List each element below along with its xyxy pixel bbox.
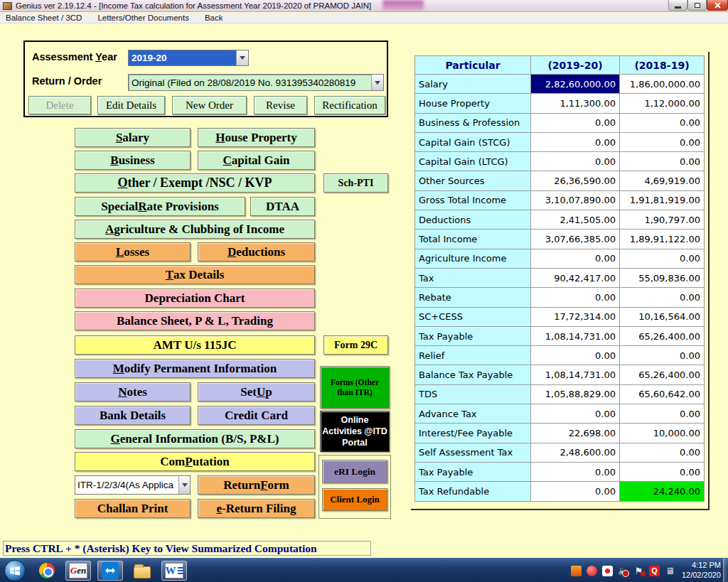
table-cell[interactable]: 26,36,590.00 (531, 171, 620, 190)
table-cell[interactable]: Deductions (415, 210, 531, 230)
table-cell[interactable]: Gross Total Income (415, 190, 531, 210)
depreciation-chart-button[interactable]: Depreciation Chart (75, 289, 315, 308)
table-cell[interactable]: Tax Payable (415, 326, 531, 345)
client-login-button[interactable]: Client Login (322, 488, 387, 511)
table-cell[interactable]: 2,82,60,000.00 (531, 75, 620, 94)
taskbar-teamviewer-icon[interactable] (97, 561, 123, 581)
table-cell[interactable]: Advance Tax (415, 404, 531, 424)
setup-button[interactable]: SetUp (198, 382, 315, 402)
table-cell[interactable]: Business & Profession (415, 113, 531, 132)
table-cell[interactable]: 90,42,417.00 (531, 268, 620, 287)
eri-login-button[interactable]: eRI Login (322, 460, 387, 483)
table-cell[interactable]: 1,08,14,731.00 (531, 326, 620, 345)
table-cell[interactable]: 22,698.00 (531, 424, 620, 443)
table-cell[interactable]: Balance Tax Payable (415, 365, 531, 384)
table-cell[interactable]: 24,240.00 (620, 482, 705, 501)
table-cell[interactable]: 1,08,14,731.00 (531, 365, 620, 384)
table-cell[interactable]: 2,48,600.00 (531, 443, 620, 462)
table-cell[interactable]: Salary (415, 75, 531, 94)
table-cell[interactable]: 17,72,314.00 (531, 307, 620, 326)
bank-details-button[interactable]: Bank Details (75, 406, 191, 425)
delete-button[interactable]: Delete (28, 96, 91, 114)
table-cell[interactable]: 0.00 (620, 288, 705, 307)
taskbar-clock[interactable]: 4:12 PM 12/02/2020 (677, 560, 721, 581)
tray-quickheal-icon[interactable]: Q (649, 566, 660, 576)
taskbar-explorer-icon[interactable] (129, 561, 155, 581)
business-button[interactable]: Business (75, 151, 191, 170)
balance-sheet-pl-trading-button[interactable]: Balance Sheet, P & L, Trading (75, 311, 315, 330)
table-cell[interactable]: 1,91,81,919.00 (620, 190, 705, 210)
table-cell[interactable]: Interest/Fee Payable (415, 424, 531, 443)
table-cell[interactable]: 0.00 (531, 462, 620, 481)
network-icon[interactable]: 🖥 (665, 566, 675, 576)
table-cell[interactable]: 1,90,797.00 (620, 210, 705, 230)
table-cell[interactable]: 0.00 (620, 249, 705, 268)
table-cell[interactable]: TDS (415, 384, 531, 404)
show-desktop-button[interactable] (723, 559, 728, 582)
return-form-button[interactable]: Return Form (198, 475, 315, 495)
general-information-button[interactable]: General Information (B/S, P&L) (75, 429, 315, 448)
table-cell[interactable]: 0.00 (531, 288, 620, 307)
table-cell[interactable]: 0.00 (531, 404, 620, 424)
table-cell[interactable]: SC+CESS (415, 307, 531, 326)
other-exempt-nsc-kvp-button[interactable]: Other / Exempt /NSC / KVP (75, 173, 315, 193)
table-cell[interactable]: 0.00 (531, 113, 620, 132)
deductions-button[interactable]: Deductions (198, 242, 315, 262)
table-cell[interactable]: Capital Gain (STCG) (415, 132, 531, 151)
restore-button[interactable] (687, 0, 707, 11)
table-cell[interactable]: 10,000.00 (620, 424, 705, 443)
menu-balance-sheet-3cd[interactable]: Balance Sheet / 3CD (6, 14, 82, 22)
table-cell[interactable]: Tax Refundable (415, 482, 531, 501)
table-cell[interactable]: Tax Payable (415, 462, 531, 481)
table-cell[interactable]: Capital Gain (LTCG) (415, 152, 531, 171)
table-cell[interactable]: 0.00 (620, 113, 705, 132)
notes-button[interactable]: Notes (75, 382, 191, 402)
table-cell[interactable]: Other Sources (415, 171, 531, 190)
table-cell[interactable]: 65,60,642.00 (620, 384, 705, 404)
table-cell[interactable]: 1,86,00,000.00 (620, 75, 705, 94)
table-cell[interactable]: 0.00 (531, 132, 620, 151)
menu-back[interactable]: Back (205, 14, 223, 22)
online-activities-itd-portal-button[interactable]: Online Activities @ITD Portal (320, 411, 390, 452)
tray-app-icon[interactable] (571, 566, 582, 576)
credit-card-button[interactable]: Credit Card (198, 406, 315, 425)
agriculture-clubbing-button[interactable]: Agriculture & Clubbing of Income (75, 220, 315, 239)
table-cell[interactable]: Self Assessment Tax (415, 443, 531, 462)
e-return-filing-button[interactable]: e-Return Filing (198, 499, 315, 518)
forms-other-than-itr-button[interactable]: Forms (Other than ITR) (320, 366, 390, 409)
modify-permanent-information-button[interactable]: Modify Permanent Information (75, 359, 315, 378)
salary-button[interactable]: Salary (75, 128, 191, 147)
table-cell[interactable]: 0.00 (620, 404, 705, 424)
table-cell[interactable]: 0.00 (620, 462, 705, 481)
table-cell[interactable]: House Property (415, 94, 531, 113)
form-29c-button[interactable]: Form 29C (323, 335, 388, 355)
table-cell[interactable]: 1,12,000.00 (620, 94, 705, 113)
table-cell[interactable]: 4,69,919.00 (620, 171, 705, 190)
table-cell[interactable]: 0.00 (531, 249, 620, 268)
table-cell[interactable]: Total Income (415, 230, 531, 249)
return-order-select[interactable]: Original (Filed on 28/08/2019 No. 931395… (128, 74, 384, 91)
table-cell[interactable]: 1,89,91,122.00 (620, 230, 705, 249)
table-cell[interactable]: 55,09,836.00 (620, 268, 705, 287)
taskbar-chrome-icon[interactable] (34, 561, 60, 581)
table-cell[interactable]: 65,26,400.00 (620, 326, 705, 345)
itr-form-select[interactable]: ITR-1/2/3/4(As Applica (75, 475, 191, 495)
table-cell[interactable]: 3,10,07,890.00 (531, 190, 620, 210)
table-cell[interactable]: 10,16,564.00 (620, 307, 705, 326)
revise-button[interactable]: Revise (254, 96, 307, 114)
table-cell[interactable]: 1,05,88,829.00 (531, 384, 620, 404)
tax-details-button[interactable]: Tax Details (75, 265, 315, 284)
house-property-button[interactable]: House Property (198, 128, 315, 147)
assessment-year-select[interactable]: 2019-20 (128, 50, 249, 66)
menu-letters-other-documents[interactable]: Letters/Other Documents (97, 14, 188, 22)
table-cell[interactable]: 0.00 (620, 152, 705, 171)
table-cell[interactable]: 3,07,66,385.00 (531, 230, 620, 249)
rectification-button[interactable]: Rectification (314, 96, 385, 114)
losses-button[interactable]: Losses (75, 242, 191, 262)
volume-muted-icon[interactable]: 🔈 (618, 566, 628, 576)
challan-print-button[interactable]: Challan Print (75, 499, 191, 518)
computation-button[interactable]: ComPutation (75, 452, 315, 471)
close-button[interactable] (707, 0, 728, 11)
chevron-down-icon[interactable] (236, 50, 248, 65)
capital-gain-button[interactable]: Capital Gain (198, 151, 315, 170)
